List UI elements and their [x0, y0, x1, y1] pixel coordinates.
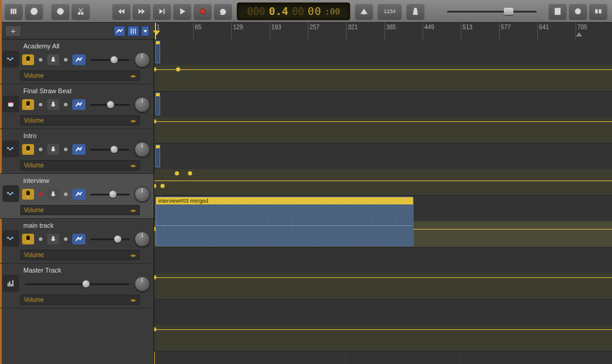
automation-point[interactable] — [188, 171, 192, 175]
automation-param-dropdown[interactable]: Volume◂▸ — [20, 115, 140, 126]
svg-point-16 — [363, 13, 365, 14]
ruler-tick: 449 — [423, 23, 461, 39]
forward-button[interactable] — [133, 4, 151, 19]
timeline-ruler[interactable]: 1651291932573213854495135776417057698338… — [154, 23, 612, 39]
track-header[interactable]: main trackVolume◂▸ — [0, 219, 154, 264]
mute-button[interactable] — [22, 54, 34, 65]
track-volume-slider[interactable] — [90, 57, 130, 63]
automation-point[interactable] — [161, 183, 165, 188]
lock-dot[interactable] — [62, 237, 70, 241]
automation-line[interactable] — [154, 329, 612, 330]
mute-button[interactable] — [22, 189, 34, 200]
pan-knob[interactable] — [134, 231, 150, 247]
automation-toggle[interactable] — [114, 26, 126, 36]
track-lane[interactable] — [154, 247, 612, 299]
track-header[interactable]: IntroVolume◂▸ — [0, 129, 154, 174]
input-button[interactable] — [47, 54, 59, 65]
automation-param-dropdown[interactable]: Volume◂▸ — [20, 71, 140, 81]
input-button[interactable] — [47, 234, 59, 244]
svg-point-7 — [81, 12, 84, 14]
track-header[interactable]: Final Straw BeatVolume◂▸ — [0, 84, 154, 129]
pan-knob[interactable] — [134, 97, 150, 112]
automation-param-dropdown[interactable]: Volume◂▸ — [20, 205, 140, 215]
catch-dropdown[interactable] — [141, 26, 149, 36]
pan-knob[interactable] — [134, 52, 150, 68]
automation-mode-button[interactable] — [72, 144, 85, 155]
monitor-dot[interactable] — [36, 148, 45, 151]
track-name-label: main track — [23, 222, 150, 229]
pan-knob[interactable] — [134, 276, 150, 292]
monitor-dot[interactable] — [36, 58, 45, 62]
mute-button[interactable] — [22, 99, 34, 110]
automation-line[interactable] — [154, 69, 612, 70]
mute-button[interactable] — [22, 234, 34, 244]
track-volume-slider[interactable] — [25, 281, 130, 287]
notepad-button[interactable] — [549, 4, 567, 19]
playhead[interactable] — [155, 23, 156, 39]
track-lane[interactable] — [154, 39, 612, 91]
media-browser-button[interactable] — [589, 4, 607, 19]
display-mode-button[interactable]: 1234 — [378, 4, 402, 19]
master-volume-slider[interactable] — [447, 7, 537, 16]
track-lane[interactable] — [154, 143, 612, 195]
region-stub[interactable] — [155, 145, 160, 167]
automation-mode-button[interactable] — [72, 189, 85, 200]
automation-line[interactable] — [154, 121, 612, 122]
track-lane[interactable] — [154, 299, 612, 351]
automation-line[interactable] — [154, 277, 612, 278]
track-header[interactable]: interviewVolume◂▸ — [0, 174, 154, 219]
add-track-button[interactable]: + — [5, 25, 22, 37]
loop-browser-button[interactable] — [569, 4, 587, 19]
input-button[interactable] — [47, 144, 59, 155]
svg-marker-22 — [143, 30, 147, 32]
automation-param-dropdown[interactable]: Volume◂▸ — [20, 295, 140, 305]
track-volume-slider[interactable] — [90, 236, 130, 242]
track-header[interactable]: Master TrackVolume◂▸ — [0, 264, 154, 308]
automation-mode-button[interactable] — [72, 99, 85, 110]
record-button[interactable] — [194, 4, 212, 19]
ruler-tick: 513 — [461, 23, 499, 39]
track-volume-slider[interactable] — [90, 146, 130, 152]
metronome-button[interactable] — [406, 4, 424, 19]
lcd-display[interactable]: 000 0.4 00 00:00 — [237, 2, 350, 20]
library-button[interactable] — [5, 4, 23, 19]
lock-dot[interactable] — [62, 192, 70, 196]
settings-gear-button[interactable] — [51, 4, 69, 19]
scissors-button[interactable] — [72, 4, 90, 19]
automation-point[interactable] — [176, 67, 180, 71]
audio-region[interactable]: interview#03 merged — [155, 197, 414, 246]
end-marker-icon[interactable] — [576, 32, 582, 36]
lock-dot[interactable] — [62, 103, 70, 106]
lock-dot[interactable] — [62, 148, 70, 151]
arrangement-area[interactable]: interview#03 merged — [154, 39, 612, 364]
track-volume-slider[interactable] — [90, 102, 130, 108]
track-lane[interactable] — [154, 91, 612, 143]
monitor-dot[interactable] — [36, 237, 45, 241]
automation-point[interactable] — [175, 171, 179, 175]
mute-button[interactable] — [22, 144, 34, 155]
track-volume-slider[interactable] — [90, 191, 130, 197]
track-type-icon — [2, 140, 19, 157]
region-stub[interactable] — [155, 41, 160, 63]
input-button[interactable] — [47, 99, 59, 110]
go-to-end-button[interactable] — [153, 4, 171, 19]
cycle-button[interactable] — [214, 4, 232, 19]
automation-line[interactable] — [154, 181, 612, 181]
monitor-dot[interactable] — [36, 103, 45, 106]
rewind-button[interactable] — [112, 4, 130, 19]
lock-dot[interactable] — [62, 58, 70, 62]
catch-toggle[interactable] — [127, 26, 139, 36]
region-stub[interactable] — [155, 93, 160, 115]
automation-mode-button[interactable] — [72, 234, 85, 244]
automation-param-dropdown[interactable]: Volume◂▸ — [20, 160, 140, 170]
play-button[interactable] — [173, 4, 191, 19]
input-button[interactable] — [47, 189, 59, 200]
track-header[interactable]: Academy AllVolume◂▸ — [0, 39, 154, 84]
tuner-button[interactable] — [355, 4, 373, 19]
automation-mode-button[interactable] — [72, 54, 85, 65]
monitor-dot[interactable] — [36, 192, 45, 196]
pan-knob[interactable] — [134, 142, 150, 157]
quick-help-button[interactable] — [25, 4, 43, 19]
automation-param-dropdown[interactable]: Volume◂▸ — [20, 250, 140, 260]
pan-knob[interactable] — [134, 186, 150, 202]
